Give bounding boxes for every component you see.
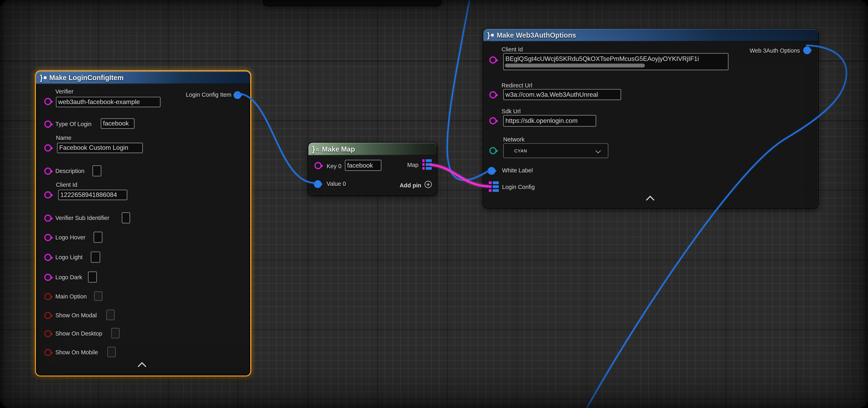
logo-dark-input[interactable] xyxy=(88,271,97,282)
pin-label-sdk-url: Sdk Url xyxy=(501,108,521,114)
input-pin-login-config[interactable] xyxy=(489,181,498,192)
pin-label-client-id: Client Id xyxy=(56,181,77,188)
output-pin-web3auth-options[interactable] xyxy=(803,46,811,54)
make-struct-icon: } xyxy=(40,73,46,82)
offscreen-node-bottom-edge[interactable] xyxy=(263,0,442,6)
network-dropdown[interactable]: CYAN xyxy=(503,143,609,158)
make-map-icon: }≡ xyxy=(312,145,319,153)
input-pin-type-of-login[interactable] xyxy=(44,121,52,128)
graph-viewport[interactable]: } Make LoginConfigItem Login Config Item… xyxy=(0,0,868,408)
output-pin-label: Login Config Item xyxy=(186,91,231,98)
node-make-web3authoptions[interactable]: } Make Web3AuthOptions Web 3Auth Options… xyxy=(483,28,818,208)
pin-label-login-config: Login Config xyxy=(502,183,535,190)
logo-light-input[interactable] xyxy=(91,251,100,263)
show-on-desktop-checkbox[interactable] xyxy=(111,328,120,338)
show-on-mobile-checkbox[interactable] xyxy=(107,347,116,357)
pin-label-type-of-login: Type Of Login xyxy=(55,121,92,127)
pin-label-network: Network xyxy=(503,136,525,143)
output-pin-label-map: Map xyxy=(407,162,418,168)
node-title: Make Web3AuthOptions xyxy=(497,31,576,39)
pin-label-show-on-modal: Show On Modal xyxy=(55,312,97,318)
type-of-login-input[interactable]: facebook xyxy=(101,118,134,129)
node-make-loginconfigitem[interactable]: } Make LoginConfigItem Login Config Item… xyxy=(35,70,251,377)
pin-label-description: Description xyxy=(55,168,85,174)
pin-label-name: Name xyxy=(56,134,71,141)
input-pin-client-id[interactable] xyxy=(44,191,52,199)
pin-label-client-id: Client Id xyxy=(501,46,523,53)
sdk-url-input[interactable]: https://sdk.openlogin.com xyxy=(503,115,596,127)
input-pin-show-on-desktop[interactable] xyxy=(44,330,52,337)
pin-label-logo-light: Logo Light xyxy=(55,254,83,261)
blueprint-editor: } Make LoginConfigItem Login Config Item… xyxy=(0,0,868,408)
logo-hover-input[interactable] xyxy=(94,232,102,243)
make-struct-icon: } xyxy=(487,31,494,39)
redirect-url-input[interactable]: w3a://com.w3a.Web3AuthUnreal xyxy=(503,89,621,100)
input-pin-verifier[interactable] xyxy=(44,98,52,105)
pin-label-logo-dark: Logo Dark xyxy=(55,274,82,280)
input-pin-logo-light[interactable] xyxy=(44,254,52,261)
pin-label-white-label: White Label xyxy=(502,167,533,174)
add-pin-label[interactable]: Add pin xyxy=(400,182,421,189)
pin-label-redirect-url: Redirect Url xyxy=(501,82,532,89)
input-pin-logo-dark[interactable] xyxy=(44,274,52,281)
node-make-map[interactable]: }≡ Make Map Key 0 facebook Map Value 0 A… xyxy=(308,142,437,196)
input-pin-show-on-modal[interactable] xyxy=(44,312,52,319)
chevron-down-icon xyxy=(595,148,601,154)
pin-label-key0: Key 0 xyxy=(327,163,341,169)
pin-label-value0: Value 0 xyxy=(327,180,346,187)
verifier-input[interactable]: web3auth-facebook-example xyxy=(56,97,160,107)
pin-label-logo-hover: Logo Hover xyxy=(55,234,85,241)
add-pin-button[interactable]: + xyxy=(425,181,432,188)
input-pin-name[interactable] xyxy=(44,144,52,151)
input-pin-client-id[interactable] xyxy=(489,57,497,64)
input-pin-sdk-url[interactable] xyxy=(489,117,497,125)
output-pin-label: Web 3Auth Options xyxy=(750,47,800,54)
pin-label-show-on-desktop: Show On Desktop xyxy=(55,330,102,337)
input-pin-main-option[interactable] xyxy=(44,293,52,300)
client-id-input[interactable]: 1222658941886084 xyxy=(58,190,127,200)
input-pin-description[interactable] xyxy=(44,168,52,175)
input-pin-redirect-url[interactable] xyxy=(489,91,497,99)
verifier-sub-identifier-input[interactable] xyxy=(122,212,130,224)
node-header[interactable]: } Make LoginConfigItem xyxy=(36,71,250,84)
client-id-text: BEglQSgt4cUWcj6SKRdu5QkOXTsePmMcusG5EAoy… xyxy=(505,55,699,62)
node-header[interactable]: }≡ Make Map xyxy=(308,143,437,156)
main-option-checkbox[interactable] xyxy=(94,292,102,301)
collapse-node-chevron-icon[interactable] xyxy=(138,362,147,371)
show-on-modal-checkbox[interactable] xyxy=(106,310,115,320)
collapse-node-chevron-icon[interactable] xyxy=(646,196,655,204)
node-header[interactable]: } Make Web3AuthOptions xyxy=(483,29,818,41)
input-pin-verifier-sub-identifier[interactable] xyxy=(44,214,52,222)
input-pin-network[interactable] xyxy=(489,147,497,155)
name-input[interactable]: Facebook Custom Login xyxy=(57,143,143,153)
input-pin-show-on-mobile[interactable] xyxy=(44,349,52,356)
key0-input[interactable]: facebook xyxy=(345,160,381,171)
client-id-scrollbar[interactable] xyxy=(505,64,645,67)
pin-label-verifier: Verifier xyxy=(55,88,73,95)
network-dropdown-value: CYAN xyxy=(514,148,527,153)
pin-label-main-option: Main Option xyxy=(55,293,87,300)
pin-label-verifier-sub-identifier: Verifier Sub Identifier xyxy=(55,214,109,221)
client-id-input[interactable]: BEglQSgt4cUWcj6SKRdu5QkOXTsePmMcusG5EAoy… xyxy=(503,53,728,70)
node-title: Make LoginConfigItem xyxy=(49,74,123,81)
pin-label-show-on-mobile: Show On Mobile xyxy=(55,349,98,355)
input-pin-logo-hover[interactable] xyxy=(44,234,52,241)
description-input[interactable] xyxy=(92,165,101,176)
node-title: Make Map xyxy=(322,145,355,153)
input-pin-key0[interactable] xyxy=(314,162,322,169)
